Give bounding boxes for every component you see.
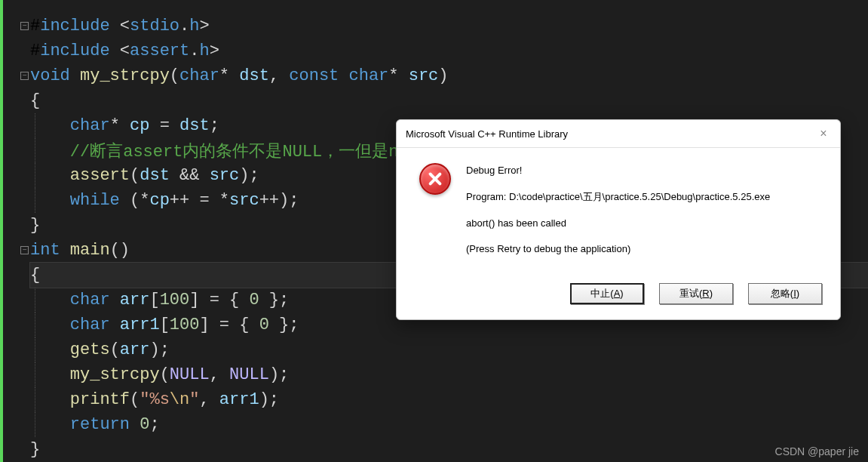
code-line[interactable]: } xyxy=(30,437,868,462)
token: arr1 xyxy=(120,316,160,334)
code-line[interactable]: printf("%s\n", arr1); xyxy=(30,387,868,412)
fold-icon[interactable]: − xyxy=(20,22,29,30)
gutter-line: − xyxy=(3,238,30,263)
token: ( xyxy=(170,66,179,85)
token: }; xyxy=(269,316,299,334)
token: } xyxy=(30,216,40,235)
token: { xyxy=(30,91,40,110)
gutter-line: − xyxy=(3,63,30,88)
token: char xyxy=(179,66,219,85)
token: cp xyxy=(149,191,169,210)
gutter-line xyxy=(3,362,30,387)
gutter-line xyxy=(3,387,30,412)
ignore-button[interactable]: 忽略(I) xyxy=(748,283,822,304)
token: 0 xyxy=(259,316,269,334)
token: # xyxy=(30,42,40,60)
fold-icon[interactable]: − xyxy=(20,246,29,254)
runtime-error-dialog: Microsoft Visual C++ Runtime Library × D… xyxy=(396,119,841,320)
token: ] = { xyxy=(189,291,249,310)
gutter-line xyxy=(3,188,30,213)
token: NULL xyxy=(170,365,210,384)
gutter-line xyxy=(3,163,30,188)
gutter-line: − xyxy=(3,14,30,38)
token: arr xyxy=(120,340,150,359)
token: ); xyxy=(149,340,169,359)
token: > xyxy=(199,17,209,35)
gutter-line xyxy=(3,437,30,462)
token: "%s xyxy=(140,390,170,409)
program-path: Program: D:\code\practice\五月\practice.5.… xyxy=(466,189,770,205)
token: [ xyxy=(149,291,159,310)
token: ); xyxy=(259,390,279,409)
gutter: −−− xyxy=(0,0,30,462)
dialog-body: Debug Error! Program: D:\code\practice\五… xyxy=(397,148,840,277)
code-line[interactable]: void my_strcpy(char* dst, const char* sr… xyxy=(30,63,868,88)
token: # xyxy=(30,17,40,35)
token: . xyxy=(189,42,199,60)
token: && xyxy=(170,166,210,185)
dialog-message: Debug Error! Program: D:\code\practice\五… xyxy=(466,163,770,268)
token: * xyxy=(388,66,408,85)
token: < xyxy=(120,17,130,35)
token: < xyxy=(120,42,130,60)
token: * xyxy=(219,66,239,85)
token: main xyxy=(70,241,110,260)
dialog-title-text: Microsoft Visual C++ Runtime Library xyxy=(406,128,568,140)
token: ); xyxy=(269,365,289,384)
token: char xyxy=(349,66,389,85)
token: 0 xyxy=(140,415,149,434)
token: }; xyxy=(259,291,290,310)
error-icon xyxy=(419,163,451,195)
retry-button[interactable]: 重试(R) xyxy=(659,283,733,304)
token: assert xyxy=(130,42,189,60)
token: void xyxy=(30,66,80,85)
token: src xyxy=(409,66,439,85)
token: ; xyxy=(210,116,219,135)
code-line[interactable]: #include <stdio.h> xyxy=(30,14,868,38)
gutter-line xyxy=(3,313,30,337)
abort-button[interactable]: 中止(A) xyxy=(570,283,644,304)
fold-icon[interactable]: − xyxy=(20,72,29,80)
token: ++); xyxy=(259,191,299,210)
gutter-line xyxy=(3,288,30,313)
code-line[interactable]: return 0; xyxy=(30,412,868,437)
token: h xyxy=(199,42,209,60)
token: printf xyxy=(70,390,130,409)
token: , xyxy=(210,365,229,384)
token: ( xyxy=(160,365,170,384)
gutter-line xyxy=(3,213,30,238)
token: 100 xyxy=(170,316,200,334)
token: char xyxy=(70,291,120,310)
token: include xyxy=(40,42,120,60)
dialog-titlebar: Microsoft Visual C++ Runtime Library × xyxy=(397,120,840,148)
token: } xyxy=(30,440,40,459)
token: ( xyxy=(110,340,120,359)
token: arr xyxy=(120,291,150,310)
token: char xyxy=(70,316,120,334)
token: () xyxy=(110,241,130,260)
token: [ xyxy=(160,316,170,334)
code-line[interactable]: #include <assert.h> xyxy=(30,38,868,63)
token: , xyxy=(269,66,289,85)
token: ); xyxy=(239,166,259,185)
token: > xyxy=(210,42,219,60)
abort-message: abort() has been called xyxy=(466,216,770,232)
close-icon[interactable]: × xyxy=(816,126,831,141)
token: ( xyxy=(130,166,140,185)
token: h xyxy=(189,17,199,35)
token: assert xyxy=(70,166,130,185)
code-line[interactable]: gets(arr); xyxy=(30,337,868,362)
token: while xyxy=(70,191,130,210)
gutter-line xyxy=(3,263,30,288)
token: 100 xyxy=(160,291,190,310)
code-line[interactable]: { xyxy=(30,88,868,113)
gutter-line xyxy=(3,113,30,138)
code-line[interactable]: my_strcpy(NULL, NULL); xyxy=(30,362,868,387)
token: * xyxy=(110,116,130,135)
token: " xyxy=(189,390,199,409)
token: my_strcpy xyxy=(70,365,160,384)
token: stdio xyxy=(130,17,179,35)
gutter-line xyxy=(3,412,30,437)
token: ) xyxy=(438,66,448,85)
error-heading: Debug Error! xyxy=(466,163,770,179)
